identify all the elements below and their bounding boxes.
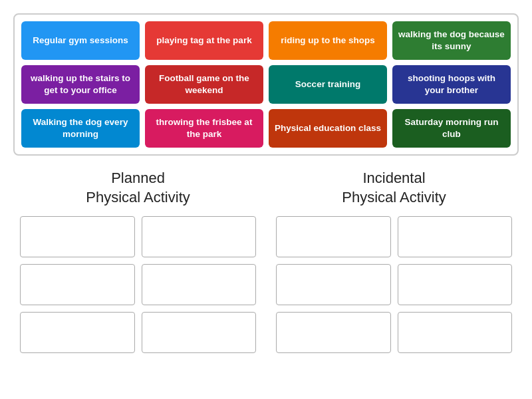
card-11[interactable]: Physical education class bbox=[269, 109, 387, 148]
card-4[interactable]: walking the dog because its sunny bbox=[392, 21, 511, 60]
incidental-grid-box-4[interactable] bbox=[398, 264, 513, 305]
planned-grid-box-3[interactable] bbox=[20, 264, 135, 305]
sort-area: PlannedPhysical Activity IncidentalPhysi… bbox=[13, 169, 519, 353]
incidental-grid-box-5[interactable] bbox=[276, 312, 391, 353]
card-3[interactable]: riding up to the shops bbox=[269, 21, 387, 60]
incidental-title: IncidentalPhysical Activity bbox=[276, 169, 512, 207]
card-grid: Regular gym sessionsplaying tag at the p… bbox=[21, 21, 511, 148]
card-12[interactable]: Saturday morning run club bbox=[392, 109, 511, 148]
card-2[interactable]: playing tag at the park bbox=[145, 21, 263, 60]
incidental-grid-box-3[interactable] bbox=[276, 264, 391, 305]
planned-grid-box-2[interactable] bbox=[142, 216, 257, 257]
card-6[interactable]: Football game on the weekend bbox=[145, 65, 263, 104]
card-5[interactable]: walking up the stairs to get to your off… bbox=[21, 65, 140, 104]
card-9[interactable]: Walking the dog every morning bbox=[21, 109, 140, 148]
incidental-section: IncidentalPhysical Activity bbox=[276, 169, 512, 353]
planned-grid-box-5[interactable] bbox=[20, 312, 135, 353]
card-area: Regular gym sessionsplaying tag at the p… bbox=[13, 13, 519, 156]
incidental-grid-box-1[interactable] bbox=[276, 216, 391, 257]
planned-title: PlannedPhysical Activity bbox=[20, 169, 256, 207]
planned-grid-box-4[interactable] bbox=[142, 264, 257, 305]
card-7[interactable]: Soccer training bbox=[269, 65, 387, 104]
planned-section: PlannedPhysical Activity bbox=[20, 169, 256, 353]
incidental-grid-box-2[interactable] bbox=[398, 216, 513, 257]
planned-grid bbox=[20, 216, 256, 353]
planned-grid-box-1[interactable] bbox=[20, 216, 135, 257]
incidental-grid bbox=[276, 216, 512, 353]
card-10[interactable]: throwing the frisbee at the park bbox=[145, 109, 263, 148]
card-8[interactable]: shooting hoops with your brother bbox=[392, 65, 511, 104]
planned-grid-box-6[interactable] bbox=[142, 312, 257, 353]
card-1[interactable]: Regular gym sessions bbox=[21, 21, 140, 60]
incidental-grid-box-6[interactable] bbox=[398, 312, 513, 353]
